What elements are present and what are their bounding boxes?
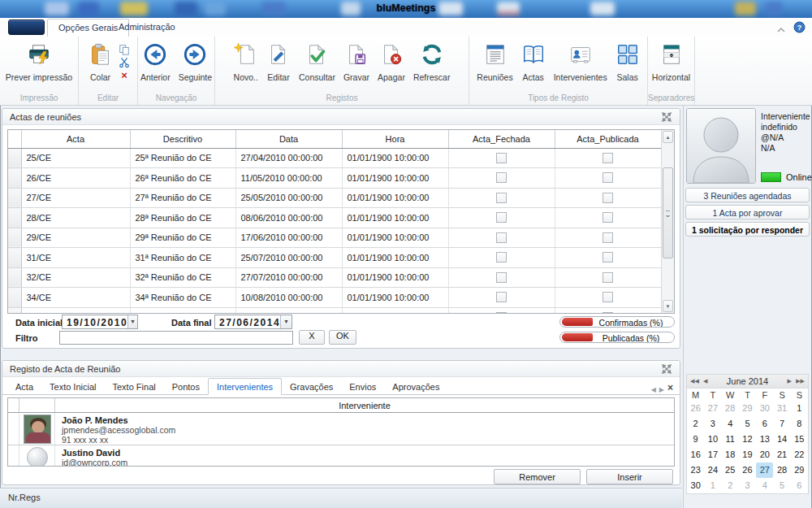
col-header-acta[interactable]: Acta [21, 130, 130, 148]
col-header-acta-fechada[interactable]: Acta_Fechada [448, 130, 555, 148]
calendar-day[interactable]: 16 [687, 447, 704, 462]
acta-fechada-checkbox[interactable] [496, 252, 507, 263]
scroll-right-icon[interactable]: ▶ [659, 386, 667, 393]
clear-filter-button[interactable]: X [299, 330, 325, 345]
remover-button[interactable]: Remover [494, 469, 581, 484]
ribbon-tab-administracao[interactable]: Administração [108, 19, 186, 37]
table-row[interactable]: 34/CE34ª Reunião do CE10/08/2010 00:00:0… [8, 288, 661, 308]
panel-expand-icon[interactable] [662, 364, 672, 376]
acta-publicada-checkbox[interactable] [603, 212, 613, 223]
tab-acta[interactable]: Acta [7, 379, 41, 394]
acta-publicada-checkbox[interactable] [603, 172, 613, 183]
row-selector[interactable] [8, 307, 21, 314]
colar-button[interactable]: Colar [85, 41, 116, 82]
calendar-day[interactable]: 13 [756, 432, 773, 447]
acta-por-aprovar-button[interactable]: 1 Acta por aprovar [685, 205, 810, 219]
calendar-day[interactable]: 15 [791, 432, 808, 447]
panel-expand-icon[interactable] [662, 112, 672, 124]
gravar-button[interactable]: Gravar [340, 41, 373, 82]
tab-grava-es[interactable]: Gravações [282, 379, 341, 394]
scroll-left-icon[interactable]: ◀ [651, 386, 659, 393]
data-final-combo[interactable]: 27/06/2014 ▼ [214, 315, 292, 329]
calendar-day[interactable]: 11 [722, 432, 739, 447]
calendar-day[interactable]: 4 [756, 478, 773, 493]
scrollbar-thumb[interactable] [663, 167, 673, 258]
data-inicial-combo[interactable]: 19/10/2010 ▼ [62, 315, 138, 329]
calendar-day[interactable]: 6 [756, 416, 773, 432]
consultar-button[interactable]: Consultar [296, 41, 339, 82]
col-header-data[interactable]: Data [235, 130, 342, 148]
row-selector[interactable] [8, 248, 21, 268]
calendar-day[interactable]: 23 [687, 462, 704, 478]
acta-publicada-checkbox[interactable] [603, 272, 613, 283]
table-row[interactable]: 29/CE29ª Reunião do CE17/06/2010 00:00:0… [8, 228, 661, 248]
calendar-day[interactable]: 26 [687, 401, 704, 416]
cut-icon[interactable] [118, 56, 132, 68]
calendar-day[interactable]: 9 [687, 432, 704, 447]
row-selector[interactable] [8, 288, 21, 308]
calendar-day[interactable]: 24 [704, 462, 721, 478]
calendar-day[interactable]: 5 [773, 478, 790, 493]
collapse-ribbon-icon[interactable] [776, 22, 786, 37]
acta-fechada-checkbox[interactable] [496, 212, 507, 223]
calendar-day[interactable]: 30 [687, 478, 704, 493]
delete-icon[interactable]: × [118, 69, 132, 81]
row-selector[interactable] [8, 188, 21, 208]
calendar-day[interactable]: 27 [704, 401, 721, 416]
calendar-day[interactable]: 21 [773, 447, 790, 462]
salas-button[interactable]: Salas [612, 41, 643, 82]
tab-texto-final[interactable]: Texto Final [105, 379, 164, 394]
filtro-input[interactable] [59, 331, 293, 345]
horizontal-button[interactable]: Horizontal [649, 41, 693, 82]
prever-impressao-button[interactable]: Prever impressão [2, 41, 76, 82]
table-row[interactable]: 28/CE28ª Reunião do CE08/06/2010 00:00:0… [8, 208, 661, 228]
participant-row[interactable]: João P. Mendes jpmendes@acessoglobal.com… [8, 413, 674, 445]
acta-fechada-checkbox[interactable] [496, 292, 507, 302]
ok-filter-button[interactable]: OK [329, 330, 356, 345]
acta-fechada-checkbox[interactable] [496, 193, 507, 203]
chevron-down-icon[interactable]: ▼ [280, 315, 292, 328]
table-row[interactable]: 25/CE25ª Reunião do CE27/04/2010 00:00:0… [8, 148, 661, 168]
acta-publicada-checkbox[interactable] [603, 252, 613, 263]
reunioes-button[interactable]: Reuniões [473, 41, 516, 82]
col-header-acta-publicada[interactable]: Acta_Publicada [555, 130, 661, 148]
intervenientes-button[interactable]: Intervenientes [551, 41, 611, 82]
close-icon[interactable]: × [667, 382, 673, 393]
solicitacao-por-responder-button[interactable]: 1 solicitação por responder [685, 222, 810, 237]
tab-texto-inicial[interactable]: Texto Inicial [41, 379, 104, 394]
calendar-day[interactable]: 31 [773, 401, 790, 416]
calendar-day[interactable]: 20 [756, 447, 773, 462]
row-selector[interactable] [8, 168, 21, 189]
acta-fechada-checkbox[interactable] [496, 172, 507, 183]
col-header-descritivo[interactable]: Descritivo [130, 130, 235, 148]
calendar-day[interactable]: 28 [773, 462, 790, 478]
calendar-day[interactable]: 28 [722, 401, 739, 416]
calendar-day[interactable]: 14 [773, 432, 790, 447]
tab-pontos[interactable]: Pontos [164, 379, 208, 394]
calendar-day[interactable]: 5 [739, 416, 756, 432]
acta-fechada-checkbox[interactable] [496, 272, 507, 283]
anterior-button[interactable]: Anterior [137, 41, 174, 82]
participant-row[interactable]: Justino David jd@owncorp.com [8, 445, 674, 467]
row-selector[interactable] [8, 228, 21, 248]
acta-fechada-checkbox[interactable] [496, 232, 507, 243]
tab-envios[interactable]: Envios [341, 379, 384, 394]
copy-icon[interactable] [118, 43, 132, 55]
acta-publicada-checkbox[interactable] [603, 153, 613, 163]
calendar-day[interactable]: 7 [773, 416, 790, 432]
novo-button[interactable]: Novo.. [231, 41, 261, 82]
acta-publicada-checkbox[interactable] [603, 193, 613, 203]
calendar-day[interactable]: 30 [756, 401, 773, 416]
calendar-day[interactable]: 12 [739, 432, 756, 447]
acta-publicada-checkbox[interactable] [603, 232, 613, 243]
corner-header[interactable] [8, 130, 21, 148]
help-icon[interactable]: ? [793, 21, 806, 37]
calendar-day[interactable]: 17 [704, 447, 721, 462]
calendar-day[interactable]: 19 [739, 447, 756, 462]
inserir-button[interactable]: Inserir [586, 469, 673, 484]
calendar-day[interactable]: 22 [791, 447, 808, 462]
calendar-day-selected[interactable]: 27 [756, 462, 773, 478]
table-row[interactable]: 35/CE35ª Reunião do CE14/09/2010 00:00:0… [8, 307, 661, 314]
calendar-day[interactable]: 26 [739, 462, 756, 478]
grid-scrollbar[interactable]: ▲ ▼ [661, 130, 674, 313]
